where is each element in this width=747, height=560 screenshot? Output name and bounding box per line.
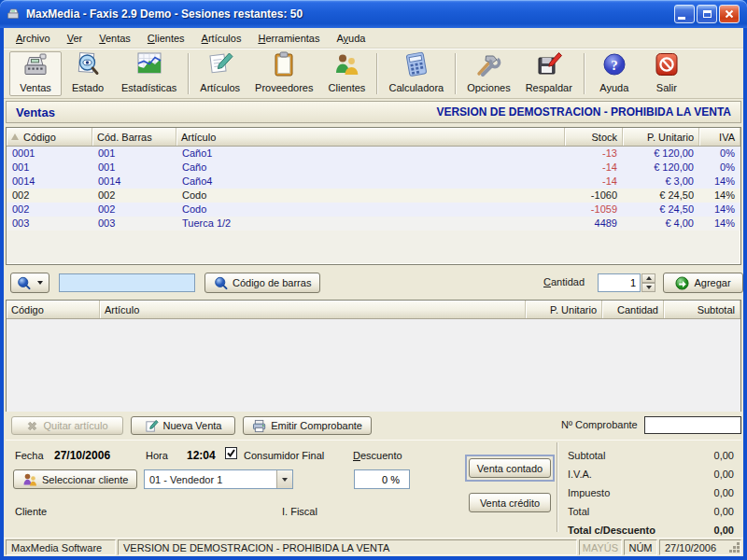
toolbar-clientes-button[interactable]: Clientes	[320, 51, 373, 96]
arrow-down-icon	[646, 286, 652, 289]
toolbar-articulos-button[interactable]: Artículos	[192, 51, 247, 96]
cell-precio: € 24,50	[623, 203, 699, 217]
select-client-button[interactable]: Seleccionar cliente	[13, 469, 137, 489]
total-label: I.V.A.	[568, 469, 592, 480]
toolbar-respaldar-button[interactable]: Respaldar	[518, 51, 580, 96]
close-button[interactable]	[719, 5, 740, 23]
titlebar[interactable]: MaxMedia - Faxis 2.9 Demo - Sesiones res…	[0, 0, 747, 28]
quantity-input[interactable]	[598, 273, 641, 292]
table-row[interactable]: 002002Codo-1060€ 24,5014%	[7, 189, 740, 203]
cash-sale-button[interactable]: Venta contado	[469, 458, 551, 478]
toolbar-label: Clientes	[329, 82, 366, 93]
printer-icon	[252, 419, 266, 433]
toolbar-label: Artículos	[200, 82, 240, 93]
cell-precio: € 4,00	[623, 217, 699, 231]
toolbar-label: Ventas	[20, 82, 51, 93]
vendor-selected-value: 01 - Vendedor 1	[145, 474, 276, 485]
menu-item-clientes[interactable]: Clientes	[139, 30, 193, 47]
final-consumer-checkbox[interactable]	[225, 447, 237, 459]
issue-receipt-button[interactable]: Emitir Comprobante	[243, 416, 372, 435]
column-label: P. Unitario	[647, 132, 694, 143]
sort-ascending-icon	[11, 133, 19, 140]
total-label: Total c/Descuento	[568, 525, 655, 536]
toolbar-ayuda-button[interactable]: ? Ayuda	[588, 51, 641, 96]
spin-down-button[interactable]	[641, 283, 655, 292]
app-window: MaxMedia - Faxis 2.9 Demo - Sesiones res…	[0, 0, 747, 560]
final-consumer-label: Consumidor Final	[244, 450, 324, 461]
cash-register-icon	[21, 50, 50, 81]
table-row[interactable]: 00140014Caño4-14€ 3,0014%	[7, 175, 740, 189]
toolbar-label: Calculadora	[388, 82, 444, 93]
table-row[interactable]: 002002Codo-1059€ 24,5014%	[7, 203, 740, 217]
menu-item-archivo[interactable]: Archivo	[7, 30, 59, 47]
section-banner: Ventas VERSION DE DEMOSTRACION - PROHIBI…	[6, 101, 741, 123]
column-header-codigo[interactable]: Código	[7, 128, 92, 146]
vendor-select[interactable]: 01 - Vendedor 1	[144, 469, 293, 489]
cell-precio: € 120,00	[623, 161, 699, 175]
statistics-chart-icon	[134, 50, 164, 81]
column-header-iva[interactable]: IVA	[699, 128, 740, 146]
cell-articulo: Caño1	[176, 147, 565, 161]
column-header-p-unitario[interactable]: P. Unitario	[623, 128, 699, 146]
minimize-icon	[678, 17, 685, 20]
toolbar: Ventas Estado	[4, 49, 743, 99]
minimize-button[interactable]	[674, 5, 695, 23]
total-value: 0,00	[714, 506, 734, 517]
totals-row-impuesto: Impuesto 0,00	[568, 483, 734, 502]
barcode-button[interactable]: Código de barras	[204, 273, 320, 293]
column-header-codigo[interactable]: Código	[7, 301, 100, 318]
receipt-number-input[interactable]	[644, 416, 741, 434]
cell-codigo: 001	[7, 161, 92, 175]
credit-sale-button[interactable]: Venta crédito	[469, 493, 551, 512]
cart-table-header: Código Artículo P. Unitario Cantidad Sub…	[7, 301, 740, 319]
toolbar-calculadora-button[interactable]: Calculadora	[381, 51, 451, 96]
spin-up-button[interactable]	[641, 273, 655, 283]
column-header-cod-barras[interactable]: Cód. Barras	[92, 128, 176, 146]
sale-panel: Fecha 27/10/2006 Hora 12:04 Consumidor F…	[6, 440, 741, 536]
column-header-p-unitario[interactable]: P. Unitario	[526, 301, 602, 318]
table-row[interactable]: 0001001Caño1-13€ 120,000%	[7, 147, 740, 161]
toolbar-proveedores-button[interactable]: Proveedores	[247, 51, 320, 96]
maximize-button[interactable]	[697, 5, 717, 23]
remove-item-button[interactable]: Quitar artículo	[11, 416, 123, 435]
credit-sale-label: Venta crédito	[480, 497, 540, 509]
resize-grip[interactable]	[728, 541, 740, 553]
menu-item-ayuda[interactable]: Ayuda	[328, 30, 374, 47]
toolbar-estado-button[interactable]: Estado	[62, 51, 114, 96]
column-label: Código	[11, 304, 44, 315]
vendor-dropdown-button[interactable]	[276, 470, 292, 488]
search-mode-button[interactable]	[10, 273, 49, 293]
menu-item-articulos[interactable]: Artículos	[193, 30, 250, 47]
toolbar-separator	[584, 53, 585, 94]
svg-text:?: ?	[611, 58, 618, 73]
toolbar-opciones-button[interactable]: Opciones	[459, 51, 517, 96]
add-item-button[interactable]: Agregar	[663, 273, 743, 293]
column-header-subtotal[interactable]: Subtotal	[664, 301, 740, 318]
new-sale-button[interactable]: Nueva Venta	[131, 416, 235, 435]
table-row[interactable]: 003003Tuerca 1/24489€ 4,0014%	[7, 217, 740, 231]
cell-codigo: 003	[7, 217, 92, 231]
toolbar-salir-button[interactable]: Salir	[641, 51, 693, 96]
discount-input[interactable]	[354, 469, 410, 489]
toolbar-estadisticas-button[interactable]: Estadísticas	[114, 51, 184, 96]
menubar: ArchivoVerVentasClientesArtículosHerrami…	[4, 28, 743, 49]
barcode-input[interactable]	[59, 273, 195, 292]
time-value: 12:04	[187, 449, 216, 462]
close-icon	[725, 9, 734, 19]
statusbar: MaxMedia Software VERSION DE DEMOSTRACIO…	[4, 538, 743, 556]
cell-iva: 14%	[699, 217, 740, 231]
menu-item-ver[interactable]: Ver	[59, 30, 92, 47]
toolbar-ventas-button[interactable]: Ventas	[9, 51, 62, 96]
status-magnifier-icon	[73, 50, 103, 81]
column-header-articulo[interactable]: Artículo	[100, 301, 526, 318]
totals-panel: Subtotal 0,00 I.V.A. 0,00 Impuesto 0,00 …	[568, 446, 734, 539]
menu-item-herramientas[interactable]: Herramientas	[249, 30, 328, 47]
column-header-cantidad[interactable]: Cantidad	[602, 301, 664, 318]
cell-codigo: 0014	[7, 175, 92, 189]
column-label: IVA	[719, 132, 735, 143]
menu-item-ventas[interactable]: Ventas	[91, 30, 139, 47]
column-header-stock[interactable]: Stock	[565, 128, 623, 146]
column-header-articulo[interactable]: Artículo	[176, 128, 565, 146]
table-row[interactable]: 001001Caño-14€ 120,000%	[7, 161, 740, 175]
cell-articulo: Caño	[176, 161, 565, 175]
